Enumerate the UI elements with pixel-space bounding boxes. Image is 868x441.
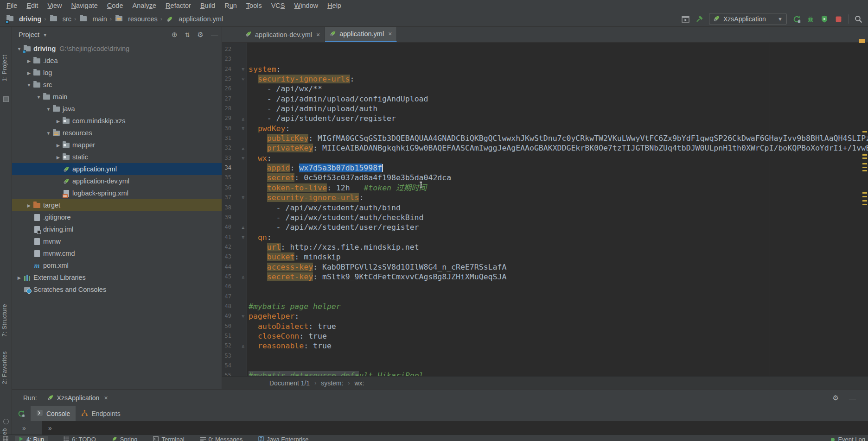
coverage-button[interactable] xyxy=(820,15,829,23)
editor-tab-application-yml[interactable]: application.yml× xyxy=(325,27,397,42)
fold-open-icon[interactable]: ▿ xyxy=(231,195,247,201)
tree-item-scratches-and-consoles[interactable]: Scratches and Consoles xyxy=(12,284,222,296)
tree-open-arrow-icon[interactable]: ▼ xyxy=(16,46,23,51)
editor-breadcrumb-item[interactable]: Document 1/1 xyxy=(269,379,310,387)
tree-item-driving[interactable]: ▼drivingG:\shejiing\code\driving xyxy=(12,43,222,55)
breadcrumb-item-main[interactable]: main xyxy=(79,15,107,23)
tree-closed-arrow-icon[interactable]: ▶ xyxy=(26,203,32,208)
editor-breadcrumb-item[interactable]: system: xyxy=(321,379,343,387)
menu-item-window[interactable]: Window xyxy=(290,0,323,11)
toolbox-icon[interactable] xyxy=(3,436,8,441)
status-bar-item-0-messages[interactable]: 0: Messages xyxy=(200,436,243,441)
editor-breadcrumb-item[interactable]: wx: xyxy=(354,379,364,387)
rerun-application-icon[interactable] xyxy=(12,406,31,421)
run-panel-tab-endpoints[interactable]: Endpoints xyxy=(76,406,126,421)
menu-item-vcs[interactable]: VCS xyxy=(267,0,290,11)
project-panel-title[interactable]: Project xyxy=(19,31,39,38)
code-editor[interactable]: 222324▿system:25▿ security-ignore-urls:2… xyxy=(222,43,868,376)
fold-close-icon[interactable]: ▵ xyxy=(231,145,247,151)
tree-open-arrow-icon[interactable]: ▼ xyxy=(45,131,52,136)
editor-tab-application-dev-yml[interactable]: application-dev.yml× xyxy=(241,27,325,42)
status-bar-item-terminal[interactable]: Terminal xyxy=(153,436,184,441)
locate-file-icon[interactable]: ⊕ xyxy=(172,31,178,39)
fold-close-icon[interactable]: ▵ xyxy=(231,343,247,349)
tool-window-button-project[interactable]: 1: Project xyxy=(1,55,8,82)
tree-item-src[interactable]: ▼src xyxy=(12,79,222,91)
menu-item-tools[interactable]: Tools xyxy=(242,0,267,11)
run-panel-tab-console[interactable]: Console xyxy=(31,406,76,421)
close-icon[interactable]: × xyxy=(104,394,108,402)
menu-item-refactor[interactable]: Refactor xyxy=(161,0,196,11)
menu-item-help[interactable]: Help xyxy=(323,0,346,11)
tree-item-mvnw[interactable]: mvnw xyxy=(12,235,222,247)
tool-window-button-favorites[interactable]: 2: Favorites xyxy=(1,351,8,384)
close-icon[interactable]: × xyxy=(388,30,392,38)
tree-closed-arrow-icon[interactable]: ▶ xyxy=(26,58,32,63)
tree-item-main[interactable]: ▼main xyxy=(12,91,222,103)
stop-button[interactable] xyxy=(834,15,842,23)
menu-item-view[interactable]: View xyxy=(43,0,66,11)
tree-item-driving-iml[interactable]: driving.iml xyxy=(12,223,222,235)
tree-item-resources[interactable]: ▼resources xyxy=(12,127,222,139)
tree-item-logback-spring-xml[interactable]: logback-spring.xml xyxy=(12,187,222,199)
tree-item-external-libraries[interactable]: ▶External Libraries xyxy=(12,271,222,284)
hide-panel-icon[interactable]: — xyxy=(211,31,218,39)
rerun-button[interactable] xyxy=(792,15,801,23)
breadcrumb-item-resources[interactable]: resources xyxy=(115,15,158,23)
breadcrumb-item-driving[interactable]: driving xyxy=(6,15,41,23)
fold-open-icon[interactable]: ▿ xyxy=(231,66,247,72)
tree-item-mvnw-cmd[interactable]: mvnw.cmd xyxy=(12,247,222,259)
tool-windows-icon[interactable] xyxy=(681,15,689,23)
tree-item-java[interactable]: ▼java xyxy=(12,103,222,115)
debug-button[interactable] xyxy=(806,15,815,23)
build-hammer-icon[interactable] xyxy=(695,15,703,23)
tree-open-arrow-icon[interactable]: ▼ xyxy=(35,94,42,100)
toolbar-overflow-chevron[interactable]: » xyxy=(22,424,26,432)
run-tab-xzsapplication[interactable]: XzsApplication × xyxy=(47,394,108,402)
event-log-label[interactable]: Event Log xyxy=(838,436,865,441)
fold-open-icon[interactable]: ▿ xyxy=(231,234,247,240)
tree-closed-arrow-icon[interactable]: ▶ xyxy=(55,155,62,160)
console-overflow-chevron[interactable]: » xyxy=(48,424,52,432)
menu-item-analyze[interactable]: Analyze xyxy=(128,0,161,11)
run-configuration-select[interactable]: XzsApplication ▼ xyxy=(709,13,787,25)
fold-open-icon[interactable]: ▿ xyxy=(231,155,247,161)
tree-item--gitignore[interactable]: .gitignore xyxy=(12,211,222,223)
tree-item-com-mindskip-xzs[interactable]: ▶com.mindskip.xzs xyxy=(12,115,222,127)
tool-window-button-structure[interactable]: 7: Structure xyxy=(1,304,8,337)
status-bar-item-java-enterprise[interactable]: Java Enterprise xyxy=(258,436,308,441)
collapse-all-icon[interactable]: ⇅ xyxy=(185,32,190,38)
breadcrumb-item-application-yml[interactable]: application.yml xyxy=(165,15,223,23)
tree-item-target[interactable]: ▶target xyxy=(12,199,222,211)
menu-item-edit[interactable]: Edit xyxy=(22,0,43,11)
fold-close-icon[interactable]: ▵ xyxy=(231,116,247,122)
status-bar-item-6-todo[interactable]: 6: TODO xyxy=(64,436,96,441)
tree-item-mapper[interactable]: ▶mapper xyxy=(12,139,222,151)
tree-closed-arrow-icon[interactable]: ▶ xyxy=(55,143,62,148)
settings-gear-icon[interactable]: ⚙ xyxy=(833,394,839,402)
search-everywhere-icon[interactable] xyxy=(854,15,862,23)
bookmark-icon[interactable] xyxy=(3,96,9,102)
tree-closed-arrow-icon[interactable]: ▶ xyxy=(26,70,32,76)
menu-item-file[interactable]: File xyxy=(2,0,22,11)
tree-open-arrow-icon[interactable]: ▼ xyxy=(26,82,32,88)
breadcrumb-item-src[interactable]: src xyxy=(49,15,71,23)
status-bar-item-4-run[interactable]: 4: Run xyxy=(15,436,48,441)
tree-closed-arrow-icon[interactable]: ▶ xyxy=(55,119,62,124)
tree-item-log[interactable]: ▶log xyxy=(12,67,222,79)
fold-open-icon[interactable]: ▿ xyxy=(231,313,247,319)
fold-close-icon[interactable]: ▵ xyxy=(231,274,247,280)
hide-panel-icon[interactable]: — xyxy=(849,394,856,402)
tree-item-pom-xml[interactable]: mpom.xml xyxy=(12,259,222,271)
tree-item-static[interactable]: ▶static xyxy=(12,151,222,163)
menu-item-run[interactable]: Run xyxy=(220,0,242,11)
tree-open-arrow-icon[interactable]: ▼ xyxy=(45,107,52,112)
tree-closed-arrow-icon[interactable]: ▶ xyxy=(16,275,23,280)
fold-open-icon[interactable]: ▿ xyxy=(231,126,247,132)
settings-gear-icon[interactable]: ⚙ xyxy=(198,31,204,39)
menu-item-build[interactable]: Build xyxy=(196,0,220,11)
menu-item-code[interactable]: Code xyxy=(102,0,128,11)
tree-item-application-dev-yml[interactable]: application-dev.yml xyxy=(12,175,222,187)
tree-item--idea[interactable]: ▶.idea xyxy=(12,55,222,67)
tree-item-application-yml[interactable]: application.yml xyxy=(12,163,222,175)
